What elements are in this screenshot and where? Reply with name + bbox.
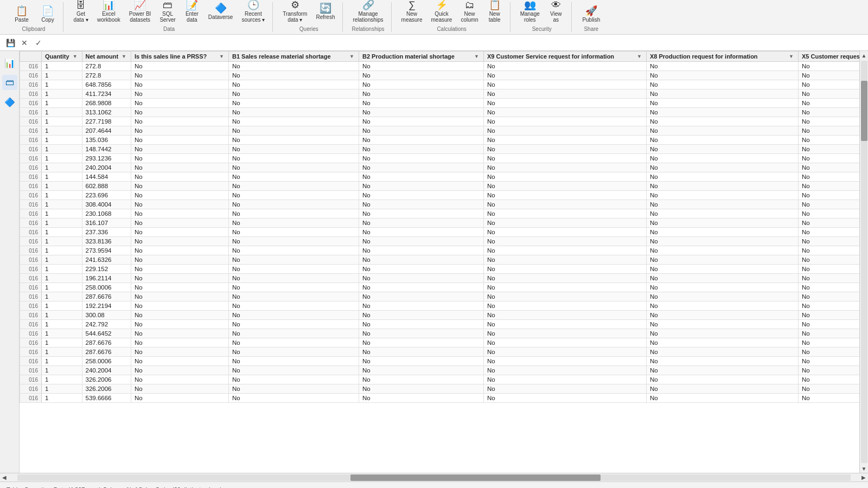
table-cell: No xyxy=(228,182,359,191)
view-as-button[interactable]: 👁 Viewas xyxy=(545,0,567,24)
data-view-icon[interactable]: 🗃 xyxy=(2,75,17,90)
quantity-filter-icon[interactable]: ▼ xyxy=(72,53,79,60)
net-amount-filter-icon[interactable]: ▼ xyxy=(120,53,127,60)
paste-button[interactable]: 📋 Paste xyxy=(9,5,35,24)
manage-relationships-button[interactable]: 🔗 Managerelationships xyxy=(349,0,386,24)
new-table-button[interactable]: 📋 Newtable xyxy=(484,0,506,24)
col-header-prss[interactable]: Is this sales line a PRSS? ▼ xyxy=(131,52,228,62)
table-row[interactable]: 0161602.888NoNoNoNoNoNoNoNo xyxy=(20,182,860,191)
discard-btn[interactable]: ✕ xyxy=(18,37,30,49)
recent-sources-button[interactable]: 🕒 Recentsources ▾ xyxy=(238,0,268,24)
col-header-x5[interactable]: X5 Customer request hold ▼ xyxy=(798,52,859,62)
table-row[interactable]: 0161144.584NoNoNoNoNoNoNoNo xyxy=(20,172,860,182)
row-ref-cell: 016 xyxy=(20,117,42,126)
table-row[interactable]: 0161258.0006NoNoNoNoNoNoNoNo xyxy=(20,283,860,292)
get-data-button[interactable]: 🗄 Getdata ▾ xyxy=(70,0,92,24)
table-row[interactable]: 0161411.7234NoNoNoNoNoNoNoNo xyxy=(20,89,860,99)
prss-filter-icon[interactable]: ▼ xyxy=(218,53,225,60)
table-row[interactable]: 0161229.152NoNoNoNoNoNoNoNo xyxy=(20,265,860,274)
scroll-down-arrow[interactable]: ▼ xyxy=(860,464,869,473)
table-row[interactable]: 0161230.1068NoNoNoNoNoNoNoNo xyxy=(20,209,860,219)
save-btn[interactable]: 💾 xyxy=(4,37,16,49)
table-row[interactable]: 0161544.6452NoNoNoNoNoNoNoNo xyxy=(20,329,860,338)
new-column-button[interactable]: 🗂 Newcolumn xyxy=(457,0,481,24)
row-ref-cell: 016 xyxy=(20,320,42,329)
horizontal-scrollbar[interactable]: ◀ ▶ xyxy=(0,473,868,481)
scroll-right-arrow[interactable]: ▶ xyxy=(859,473,868,482)
table-cell: 1 xyxy=(42,394,82,403)
b1-filter-icon[interactable]: ▼ xyxy=(348,53,355,60)
table-row[interactable]: 0161287.6676NoNoNoNoNoNoNoNo xyxy=(20,338,860,348)
table-row[interactable]: 0161316.107NoNoNoNoNoNoNoNo xyxy=(20,219,860,228)
vertical-scrollbar[interactable]: ▲ ▼ xyxy=(859,51,868,473)
table-cell: No xyxy=(483,228,646,237)
table-row[interactable]: 0161272.8NoNoNoNoNoNoNoNo xyxy=(20,71,860,80)
x9-filter-icon[interactable]: ▼ xyxy=(636,53,643,60)
data-table-container[interactable]: Quantity ▼ Net amount ▼ Is this sales li… xyxy=(20,51,859,473)
table-row[interactable]: 0161148.7442NoNoNoNoNoNoNoNo xyxy=(20,145,860,154)
model-view-icon[interactable]: 🔷 xyxy=(2,94,17,110)
table-row[interactable]: 0161196.2114NoNoNoNoNoNoNoNo xyxy=(20,274,860,283)
table-row[interactable]: 0161313.1062NoNoNoNoNoNoNoNo xyxy=(20,108,860,117)
table-cell: No xyxy=(131,219,228,228)
sql-button[interactable]: 🗃 SQLServer xyxy=(156,0,178,24)
table-row[interactable]: 0161648.7856NoNoNoNoNoNoNoNo xyxy=(20,80,860,89)
table-row[interactable]: 0161258.0006NoNoNoNoNoNoNoNo xyxy=(20,357,860,366)
col-header-b2[interactable]: B2 Production material shortage ▼ xyxy=(359,52,483,62)
table-cell: No xyxy=(131,108,228,117)
x8-filter-icon[interactable]: ▼ xyxy=(788,53,795,60)
quick-measure-button[interactable]: ⚡ Quickmeasure xyxy=(428,0,456,24)
table-row[interactable]: 0161240.2004NoNoNoNoNoNoNoNo xyxy=(20,366,860,375)
scroll-track-vertical[interactable] xyxy=(861,61,867,463)
table-row[interactable]: 0161326.2006NoNoNoNoNoNoNoNo xyxy=(20,375,860,384)
table-row[interactable]: 0161241.6326NoNoNoNoNoNoNoNo xyxy=(20,255,860,265)
refresh-button[interactable]: 🔄 Refresh xyxy=(312,2,338,21)
scroll-up-arrow[interactable]: ▲ xyxy=(860,51,869,60)
scroll-thumb-horizontal[interactable] xyxy=(350,474,601,481)
apply-btn[interactable]: ✓ xyxy=(33,37,44,49)
manage-roles-button[interactable]: 👥 Manageroles xyxy=(517,0,543,24)
table-row[interactable]: 0161272.8NoNoNoNoNoNoNoNo xyxy=(20,62,860,71)
table-row[interactable]: 0161300.08NoNoNoNoNoNoNoNo xyxy=(20,311,860,320)
publish-button[interactable]: 🚀 Publish xyxy=(578,5,604,24)
table-row[interactable]: 0161207.4644NoNoNoNoNoNoNoNo xyxy=(20,126,860,136)
col-header-net-amount[interactable]: Net amount ▼ xyxy=(82,52,131,62)
col-header-x9[interactable]: X9 Customer Service request for informat… xyxy=(483,52,646,62)
dataverse-button[interactable]: 🔷 Dataverse xyxy=(205,2,237,21)
table-row[interactable]: 0161227.7198NoNoNoNoNoNoNoNo xyxy=(20,117,860,126)
table-row[interactable]: 0161240.2004NoNoNoNoNoNoNoNo xyxy=(20,163,860,172)
table-row[interactable]: 0161323.8136NoNoNoNoNoNoNoNo xyxy=(20,237,860,246)
table-row[interactable]: 0161135.036NoNoNoNoNoNoNoNo xyxy=(20,136,860,145)
excel-button[interactable]: 📊 Excelworkbook xyxy=(94,0,124,24)
col-header-b1[interactable]: B1 Sales release material shortage ▼ xyxy=(228,52,359,62)
table-row[interactable]: 0161287.6676NoNoNoNoNoNoNoNo xyxy=(20,348,860,357)
table-row[interactable]: 0161326.2006NoNoNoNoNoNoNoNo xyxy=(20,384,860,394)
new-measure-button[interactable]: ∑ Newmeasure xyxy=(398,0,426,24)
table-row[interactable]: 0161293.1236NoNoNoNoNoNoNoNo xyxy=(20,154,860,163)
row-ref-cell: 016 xyxy=(20,99,42,108)
transform-data-button[interactable]: ⚙ Transformdata ▾ xyxy=(279,0,310,24)
report-view-icon[interactable]: 📊 xyxy=(2,55,17,70)
table-row[interactable]: 0161192.2194NoNoNoNoNoNoNoNo xyxy=(20,301,860,311)
b2-filter-icon[interactable]: ▼ xyxy=(473,53,480,60)
table-row[interactable]: 0161268.9808NoNoNoNoNoNoNoNo xyxy=(20,99,860,108)
table-row[interactable]: 0161539.6666NoNoNoNoNoNoNoNo xyxy=(20,394,860,403)
scroll-left-arrow[interactable]: ◀ xyxy=(0,473,9,482)
col-header-x8[interactable]: X8 Production request for information ▼ xyxy=(646,52,798,62)
table-cell: 1 xyxy=(42,384,82,394)
col-header-quantity[interactable]: Quantity ▼ xyxy=(42,52,82,62)
table-cell: 1 xyxy=(42,191,82,200)
table-row[interactable]: 0161223.696NoNoNoNoNoNoNoNo xyxy=(20,191,860,200)
table-row[interactable]: 0161287.6676NoNoNoNoNoNoNoNo xyxy=(20,292,860,301)
table-row[interactable]: 0161237.336NoNoNoNoNoNoNoNo xyxy=(20,228,860,237)
table-row[interactable]: 0161308.4004NoNoNoNoNoNoNoNo xyxy=(20,200,860,209)
scroll-thumb-vertical[interactable] xyxy=(861,81,867,141)
scroll-track-horizontal[interactable] xyxy=(17,474,851,481)
power-bi-button[interactable]: 📈 Power BIdatasets xyxy=(126,0,155,24)
table-row[interactable]: 0161242.792NoNoNoNoNoNoNoNo xyxy=(20,320,860,329)
table-row[interactable]: 0161273.9594NoNoNoNoNoNoNoNo xyxy=(20,246,860,255)
enter-data-button[interactable]: 📝 Enterdata xyxy=(181,0,203,24)
table-cell: 1 xyxy=(42,62,82,71)
copy-button[interactable]: 📄 Copy xyxy=(37,5,59,24)
table-cell: No xyxy=(359,219,483,228)
